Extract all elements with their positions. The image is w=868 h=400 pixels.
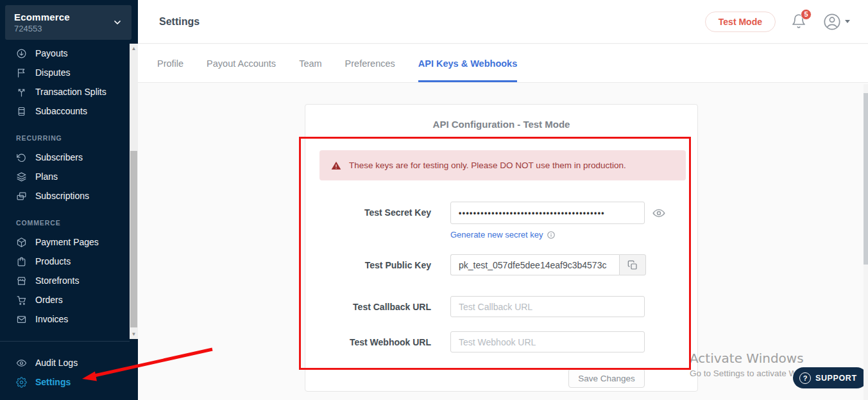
sidebar-item-label: Subaccounts (35, 106, 87, 116)
support-label: SUPPORT (815, 374, 857, 383)
sidebar-item-storefronts[interactable]: Storefronts (0, 271, 130, 290)
sidebar-item-plans[interactable]: Plans (0, 167, 130, 186)
sidebar-item-invoices[interactable]: Invoices (0, 309, 130, 329)
sidebar-item-label: Payment Pages (35, 237, 99, 247)
sidebar-item-subscriptions[interactable]: Subscriptions (0, 186, 130, 205)
info-icon (547, 230, 556, 239)
warning-text: These keys are for testing only. Please … (349, 161, 626, 170)
sidebar-item-audit-logs[interactable]: Audit Logs (0, 353, 130, 372)
sidebar-item-label: Products (35, 256, 71, 266)
secret-key-input[interactable] (450, 202, 645, 224)
sidebar-item-label: Audit Logs (35, 358, 78, 368)
section-header-commerce: COMMERCE (0, 213, 130, 232)
gear-icon (16, 377, 27, 388)
arrow-down-circle-icon (16, 48, 27, 59)
shopping-cart-icon (16, 295, 27, 306)
tab-preferences[interactable]: Preferences (345, 44, 395, 82)
section-header-recurring: RECURRING (0, 128, 130, 148)
shopping-bag-icon (16, 256, 27, 267)
scrollbar-down-arrow[interactable]: ▼ (130, 329, 138, 339)
tab-api-keys-webhooks[interactable]: API Keys & Webhooks (418, 44, 517, 82)
public-key-group (450, 254, 646, 275)
sidebar-item-label: Disputes (35, 67, 70, 78)
save-changes-button[interactable]: Save Changes (568, 369, 645, 388)
card-title: API Configuration - Test Mode (305, 119, 697, 130)
eye-icon (16, 358, 27, 369)
settings-tabs: Profile Payout Accounts Team Preferences… (138, 44, 868, 83)
header-actions: Test Mode 5 (705, 12, 850, 32)
question-mark-icon: ? (799, 372, 811, 384)
public-key-label: Test Public Key (305, 260, 431, 270)
app-window: Ecommerce 724553 Payouts Disputes (0, 0, 868, 400)
webhook-url-label: Test Webhook URL (305, 337, 431, 347)
public-key-input[interactable] (450, 254, 619, 275)
scrollbar-thumb[interactable] (130, 151, 137, 327)
sidebar-divider (0, 341, 130, 342)
warning-triangle-icon (331, 161, 341, 171)
sidebar-item-label: Orders (35, 295, 63, 305)
sidebar-item-label: Subscribers (35, 152, 83, 162)
sidebar-item-payouts[interactable]: Payouts (0, 44, 130, 63)
webhook-url-input[interactable] (450, 331, 645, 352)
sidebar-item-label: Invoices (35, 314, 68, 324)
sidebar: Ecommerce 724553 Payouts Disputes (0, 0, 138, 400)
sidebar-item-label: Settings (35, 377, 71, 387)
chevron-down-icon (112, 17, 123, 28)
sidebar-scrollbar[interactable]: ▲ ▼ (130, 44, 138, 339)
business-info: Ecommerce 724553 (14, 12, 112, 33)
flag-icon (16, 67, 27, 78)
sidebar-item-transaction-splits[interactable]: Transaction Splits (0, 82, 130, 101)
sidebar-item-label: Plans (35, 171, 58, 182)
layers-icon (16, 171, 27, 182)
account-menu[interactable] (823, 13, 850, 31)
sidebar-item-subaccounts[interactable]: Subaccounts (0, 101, 130, 121)
sidebar-item-label: Storefronts (35, 275, 79, 286)
business-name: Ecommerce (14, 12, 112, 22)
page-title: Settings (159, 16, 200, 28)
envelope-icon (16, 314, 27, 325)
callback-url-label: Test Callback URL (305, 302, 431, 312)
sidebar-item-label: Subscriptions (35, 191, 89, 201)
rotate-ccw-icon (16, 152, 27, 163)
sidebar-item-disputes[interactable]: Disputes (0, 63, 130, 82)
page-scrollbar-thumb[interactable] (864, 93, 868, 265)
sidebar-item-settings[interactable]: Settings (0, 372, 130, 392)
ledger-icon (16, 106, 27, 117)
package-icon (16, 237, 27, 248)
sidebar-item-payment-pages[interactable]: Payment Pages (0, 232, 130, 252)
callback-url-input[interactable] (450, 296, 645, 317)
copy-icon (627, 260, 638, 270)
api-configuration-card: API Configuration - Test Mode These keys… (305, 104, 698, 392)
eye-icon (652, 206, 666, 220)
sidebar-item-label: Payouts (35, 48, 68, 58)
sidebar-item-label: Transaction Splits (35, 87, 106, 97)
secret-key-label: Test Secret Key (305, 207, 431, 218)
tab-payout-accounts[interactable]: Payout Accounts (207, 44, 276, 82)
scrollbar-up-arrow[interactable]: ▲ (130, 44, 138, 53)
warning-alert: These keys are for testing only. Please … (319, 150, 686, 180)
business-id: 724553 (14, 24, 112, 33)
business-selector[interactable]: Ecommerce 724553 (5, 5, 132, 40)
notification-badge: 5 (801, 9, 812, 20)
watermark-line1: Activate Windows (690, 351, 824, 366)
sidebar-item-orders[interactable]: Orders (0, 290, 130, 309)
sidebar-bottom-nav: Audit Logs Settings (0, 353, 130, 392)
storefront-icon (16, 275, 27, 286)
reveal-secret-button[interactable] (652, 206, 666, 220)
generate-secret-key-link[interactable]: Generate new secret key (450, 230, 556, 239)
stacked-cards-icon (16, 191, 27, 202)
support-button[interactable]: ? SUPPORT (793, 367, 867, 388)
avatar-icon (823, 13, 841, 31)
sidebar-nav: Payouts Disputes Transaction Splits Suba… (0, 44, 130, 329)
tab-team[interactable]: Team (299, 44, 321, 82)
top-header: Settings Test Mode 5 (138, 0, 868, 44)
sidebar-item-products[interactable]: Products (0, 252, 130, 271)
split-icon (16, 87, 27, 98)
tab-profile[interactable]: Profile (157, 44, 183, 82)
caret-down-icon (845, 20, 850, 23)
test-mode-button[interactable]: Test Mode (705, 12, 776, 32)
copy-public-key-button[interactable] (619, 254, 646, 275)
notifications-button[interactable]: 5 (791, 13, 808, 30)
sidebar-item-subscribers[interactable]: Subscribers (0, 148, 130, 167)
generate-secret-key-text: Generate new secret key (450, 230, 543, 239)
